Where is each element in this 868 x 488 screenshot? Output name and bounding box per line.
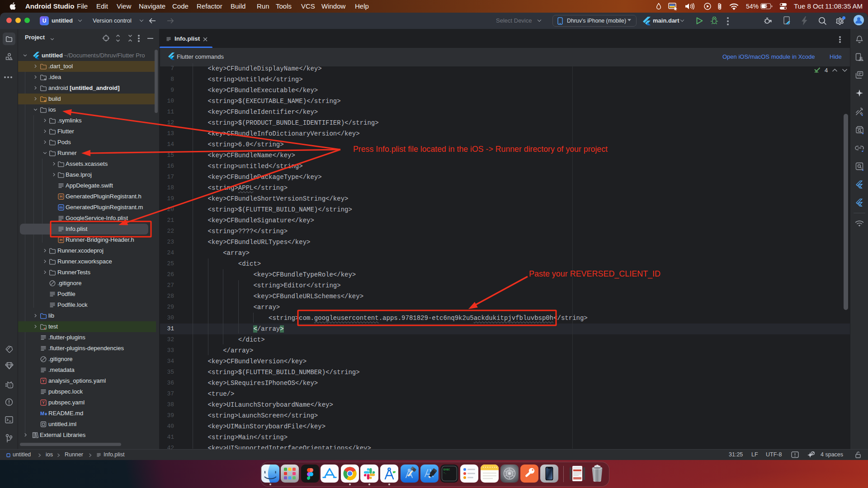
svg-text:Press Info.plist file located: Press Info.plist file located in the iOS… xyxy=(353,144,608,154)
svg-text:Paste your REVERSED_CLIENT_ID: Paste your REVERSED_CLIENT_ID xyxy=(529,269,660,279)
